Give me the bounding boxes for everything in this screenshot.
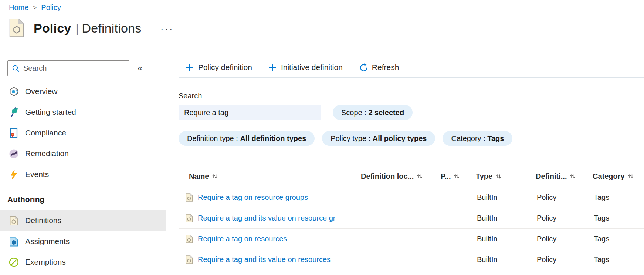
sidebar-item-label: Remediation — [25, 149, 69, 158]
definition-type-cell: Policy — [536, 235, 593, 243]
sort-icon — [628, 174, 634, 179]
category-cell: Tags — [593, 235, 644, 243]
policy-type-filter-pill[interactable]: Policy type : All policy types — [322, 131, 435, 146]
assignments-icon — [9, 237, 19, 247]
column-header-name[interactable]: Name — [179, 172, 361, 181]
definition-type-cell: Policy — [536, 255, 593, 264]
definition-type-cell: Policy — [536, 193, 593, 202]
column-header-type[interactable]: Type — [476, 172, 536, 181]
pill-value: All policy types — [373, 134, 427, 143]
policy-page-icon — [9, 19, 26, 38]
sidebar-item-label: Exemptions — [25, 258, 66, 266]
definition-link[interactable]: Require a tag on resources — [198, 235, 287, 243]
table-row: Require a tag and its value on resources… — [179, 249, 644, 270]
exemptions-icon — [9, 257, 19, 267]
column-header-definition-type[interactable]: Definiti... — [536, 172, 593, 181]
column-label: Name — [189, 172, 209, 181]
add-policy-definition-button[interactable]: Policy definition — [186, 63, 252, 72]
plus-icon — [268, 63, 277, 71]
pill-value: Tags — [487, 134, 504, 143]
compliance-icon — [9, 128, 19, 138]
column-header-definition-location[interactable]: Definition loc... — [361, 172, 441, 181]
breadcrumb-home-link[interactable]: Home — [9, 3, 28, 12]
sidebar-menu: Overview Getting started Compliance Reme… — [0, 81, 166, 272]
column-label: Definiti... — [536, 172, 567, 181]
more-options-icon[interactable]: ··· — [160, 22, 174, 34]
table-header-row: Name Definition loc... P... Type Definit… — [179, 166, 644, 187]
sidebar-item-label: Assignments — [25, 237, 70, 246]
column-label: Category — [593, 172, 625, 181]
breadcrumb-policy-link[interactable]: Policy — [41, 3, 61, 12]
definition-link[interactable]: Require a tag and its value on resource … — [198, 214, 335, 222]
command-bar: Policy definition Initiative definition … — [179, 57, 644, 78]
sidebar-item-assignments[interactable]: Assignments — [0, 231, 166, 252]
collapse-sidebar-icon[interactable]: « — [138, 64, 142, 73]
pill-separator: : — [362, 108, 369, 117]
column-header-policies[interactable]: P... — [441, 172, 476, 181]
column-label: P... — [441, 172, 451, 181]
sidebar-item-exemptions[interactable]: Exemptions — [0, 252, 166, 272]
pill-separator: : — [366, 134, 373, 143]
remediation-icon — [9, 149, 19, 159]
category-cell: Tags — [593, 193, 644, 202]
button-label: Refresh — [372, 63, 399, 72]
table-row: Require a tag and its value on resource … — [179, 208, 644, 229]
category-filter-pill[interactable]: Category : Tags — [443, 131, 512, 146]
pill-label: Scope — [341, 108, 362, 117]
sidebar-item-label: Compliance — [25, 128, 66, 137]
events-icon — [9, 170, 19, 180]
sidebar-item-getting-started[interactable]: Getting started — [0, 102, 166, 123]
sort-icon — [570, 174, 576, 179]
sort-icon — [212, 174, 218, 179]
type-cell: BuiltIn — [476, 255, 536, 264]
page-title-main: Policy — [34, 21, 71, 35]
breadcrumb: Home > Policy — [9, 3, 61, 12]
getting-started-icon — [9, 107, 19, 117]
sidebar-item-remediation[interactable]: Remediation — [0, 143, 166, 164]
sidebar-item-label: Getting started — [25, 108, 76, 117]
search-icon — [12, 64, 20, 72]
column-label: Type — [476, 172, 492, 181]
definitions-icon — [9, 216, 19, 226]
sidebar-item-definitions[interactable]: Definitions — [0, 210, 166, 231]
definition-type-cell: Policy — [536, 214, 593, 222]
pill-label: Definition type — [187, 134, 234, 143]
pill-separator: : — [481, 134, 488, 143]
main-content: Policy definition Initiative definition … — [179, 52, 644, 270]
category-cell: Tags — [593, 214, 644, 222]
sidebar-item-compliance[interactable]: Compliance — [0, 123, 166, 143]
type-cell: BuiltIn — [476, 235, 536, 243]
refresh-button[interactable]: Refresh — [359, 63, 399, 72]
sidebar-item-label: Events — [25, 170, 49, 179]
page-header: Policy|Definitions ··· — [9, 19, 174, 38]
column-label: Definition loc... — [361, 172, 414, 181]
page-title: Policy|Definitions — [34, 21, 141, 36]
sidebar-search-box[interactable] — [7, 60, 129, 76]
refresh-icon — [359, 63, 367, 71]
page-title-section: Definitions — [82, 21, 141, 35]
definition-type-filter-pill[interactable]: Definition type : All definition types — [179, 131, 315, 146]
type-cell: BuiltIn — [476, 214, 536, 222]
pill-separator: : — [234, 134, 240, 143]
sidebar-section-authoring: Authoring — [0, 189, 166, 210]
button-label: Initiative definition — [281, 63, 343, 72]
sidebar-item-events[interactable]: Events — [0, 164, 166, 185]
button-label: Policy definition — [198, 63, 252, 72]
table-row: Require a tag on resource groups BuiltIn… — [179, 187, 644, 208]
plus-icon — [186, 63, 194, 71]
sidebar-item-overview[interactable]: Overview — [0, 81, 166, 102]
policy-definition-icon — [186, 214, 193, 222]
pill-label: Category — [451, 134, 481, 143]
definition-link[interactable]: Require a tag on resource groups — [198, 193, 308, 202]
scope-filter-pill[interactable]: Scope : 2 selected — [333, 105, 413, 120]
sort-icon — [417, 174, 423, 179]
definitions-search-input[interactable] — [179, 105, 321, 120]
policy-definition-icon — [186, 255, 193, 264]
add-initiative-definition-button[interactable]: Initiative definition — [268, 63, 343, 72]
sidebar: « Overview Getting started Compliance Re… — [0, 52, 166, 272]
sidebar-search-input[interactable] — [23, 64, 125, 73]
sidebar-item-label: Definitions — [25, 216, 61, 225]
definition-link[interactable]: Require a tag and its value on resources — [198, 255, 331, 264]
column-header-category[interactable]: Category — [593, 172, 644, 181]
pill-value: 2 selected — [368, 108, 404, 117]
